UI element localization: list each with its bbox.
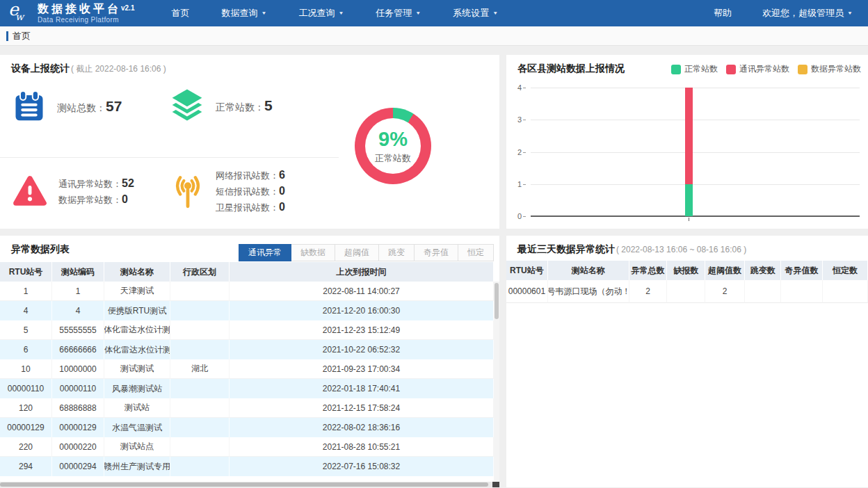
cell-name: 测试测试: [104, 359, 170, 379]
data-error-value: 0: [122, 193, 128, 205]
table-row[interactable]: 44便携版RTU测试2021-12-20 16:00:30: [0, 301, 494, 320]
recent-stats-panel: 最近三天数据异常统计( 2022-08-13 16:06 ~ 08-16 16:…: [506, 236, 868, 487]
device-stats-panel: 设备上报统计( 截止 2022-08-16 16:06 ) 测站总数：57: [0, 55, 499, 229]
cell-code: 66666666: [52, 340, 104, 359]
cell-name: 水温气温测试: [104, 418, 170, 437]
breadcrumb-home[interactable]: 首页: [13, 30, 31, 42]
cell-name: 一体化雷达水位计测试: [104, 320, 170, 340]
app-logo[interactable]: e w 数据接收平台v2.1 Data Receiving Platform: [0, 0, 144, 26]
stat-total-stations: 测站总数：57: [11, 88, 122, 124]
donut-percent: 9%: [378, 128, 408, 151]
tab-outlier[interactable]: 奇异值: [415, 244, 458, 261]
cell-code: 4: [52, 301, 104, 320]
table-row[interactable]: 29400000294赣州生产测试专用2022-07-16 15:08:32: [0, 457, 494, 476]
menu-item-condition-query[interactable]: 工况查询▼: [282, 0, 360, 26]
tab-comm-abnormal[interactable]: 通讯异常: [239, 244, 291, 261]
cell-rtu: 120: [0, 398, 52, 418]
tab-jump[interactable]: 跳变: [379, 244, 415, 261]
cell-district: [170, 457, 230, 476]
chevron-down-icon: ▼: [338, 10, 344, 15]
horizontal-scrollbar-thumb[interactable]: [0, 482, 488, 487]
cell-constant: [823, 280, 868, 303]
chevron-down-icon: ▼: [847, 10, 853, 15]
warning-triangle-icon: [11, 173, 49, 211]
legend-chip-green: [671, 65, 681, 74]
cell-district: 湖北: [170, 359, 230, 379]
menu-item-data-query[interactable]: 数据查询▼: [205, 0, 282, 26]
vertical-scrollbar-thumb[interactable]: [495, 283, 499, 319]
menu-item-system-settings[interactable]: 系统设置▼: [437, 0, 514, 26]
tab-over-threshold[interactable]: 超阈值: [335, 244, 379, 261]
table-row[interactable]: 666666666一体化雷达水位计测...2021-10-22 06:52:32: [0, 340, 494, 359]
cell-code: 00000220: [52, 437, 104, 457]
table-row[interactable]: 555555555一体化雷达水位计测试2021-12-23 15:12:49: [0, 320, 494, 340]
legend-comm-error[interactable]: 通讯异常站数: [726, 63, 789, 75]
help-link[interactable]: 帮助: [698, 7, 747, 19]
table-row[interactable]: 00000601 81号韦源口现场（勿动！） 2 2: [506, 280, 868, 303]
menu-item-task-manage[interactable]: 任务管理▼: [360, 0, 437, 26]
bar-segment-normal: [685, 184, 693, 216]
user-menu[interactable]: 欢迎您，超级管理员▼: [747, 7, 868, 19]
abnormal-tabs: 通讯异常 缺数据 超阈值 跳变 奇异值 恒定: [239, 244, 494, 261]
cell-name: 测试站: [104, 398, 170, 418]
col-last-report-time: 上次到报时间: [230, 262, 494, 282]
cell-district: [170, 418, 230, 437]
cell-code: 00000129: [52, 418, 104, 437]
normal-rate-donut-chart: 9% 正常站数: [355, 108, 431, 184]
table-row[interactable]: 12068886888测试站2021-12-15 17:58:24: [0, 398, 494, 418]
cell-rtu: 5: [0, 320, 52, 340]
cell-name: 一体化雷达水位计测...: [104, 340, 170, 359]
cell-rtu: 00000601: [506, 280, 548, 303]
comm-error-value: 52: [122, 177, 134, 189]
cell-district: [170, 320, 230, 340]
legend-data-error[interactable]: 数据异常站数: [798, 63, 861, 75]
chevron-down-icon: ▼: [261, 10, 266, 15]
stat-abnormal: 通讯异常站数：52 数据异常站数：0: [11, 173, 134, 211]
cell-name: 81号韦源口现场（勿动！）: [548, 280, 629, 303]
horizontal-scrollbar[interactable]: [0, 482, 492, 487]
cell-district: [170, 301, 230, 320]
vertical-scrollbar[interactable]: [494, 282, 499, 481]
col-outlier-count: 奇异值数: [781, 261, 823, 280]
tab-constant[interactable]: 恒定: [458, 244, 494, 261]
col-station-name: 测站名称: [104, 262, 170, 282]
cell-missing: [667, 280, 705, 303]
col-rtu-id: RTU站号: [0, 262, 52, 282]
app-subtitle: Data Receiving Platform: [38, 16, 134, 24]
breadcrumb-marker: [6, 31, 8, 41]
cell-rtu: 10: [0, 359, 52, 379]
brand-logo-icon: e w: [7, 2, 31, 24]
menu-item-home[interactable]: 首页: [155, 0, 205, 26]
y-tick-3: 3: [512, 115, 526, 124]
table-header-row: RTU站号 测站名称 异常总数 缺报数 超阈值数 跳变数 奇异值数 恒定数: [506, 261, 868, 280]
cell-name: 便携版RTU测试: [104, 301, 170, 320]
tab-missing-data[interactable]: 缺数据: [291, 244, 335, 261]
table-row[interactable]: 0000011000000110风暴潮测试站2022-01-18 17:40:4…: [0, 379, 494, 398]
cell-rtu: 6: [0, 340, 52, 359]
cell-time: 2022-07-16 15:08:32: [230, 457, 494, 476]
cell-rtu: 220: [0, 437, 52, 457]
table-header-row: RTU站号 测站编码 测站名称 行政区划 上次到报时间: [0, 262, 494, 282]
table-row[interactable]: 0000012900000129水温气温测试2022-08-02 18:36:1…: [0, 418, 494, 437]
cell-rtu: 1: [0, 282, 52, 301]
table-row[interactable]: 22000000220测试站点2021-08-28 10:55:21: [0, 437, 494, 457]
cell-jump: [745, 280, 781, 303]
chevron-down-icon: ▼: [415, 10, 421, 15]
main-menu: 首页 数据查询▼ 工况查询▼ 任务管理▼ 系统设置▼: [155, 0, 514, 26]
table-row[interactable]: 11天津测试2022-08-11 14:00:27: [0, 282, 494, 301]
cell-time: 2021-12-15 17:58:24: [230, 398, 494, 418]
breadcrumb: 首页: [0, 26, 868, 46]
cell-district: [170, 340, 230, 359]
legend-normal[interactable]: 正常站数: [671, 63, 718, 75]
cell-name: 天津测试: [104, 282, 170, 301]
stacked-bar: [685, 88, 693, 216]
cell-district: [170, 398, 230, 418]
antenna-icon: [170, 174, 206, 210]
recent-stats-table: RTU站号 测站名称 异常总数 缺报数 超阈值数 跳变数 奇异值数 恒定数 00…: [506, 261, 868, 303]
cell-time: 2022-08-11 14:00:27: [230, 282, 494, 301]
district-bar-chart: 4 3 2 1 0: [512, 80, 862, 225]
table-row[interactable]: 1010000000测试测试湖北2021-09-23 17:00:34: [0, 359, 494, 379]
recent-stats-subtitle: ( 2022-08-13 16:06 ~ 08-16 16:06 ): [616, 245, 746, 254]
abnormal-list-panel: 异常数据列表 通讯异常 缺数据 超阈值 跳变 奇异值 恒定 RTU站号 测站编码…: [0, 236, 499, 487]
total-stations-value: 57: [106, 98, 122, 114]
